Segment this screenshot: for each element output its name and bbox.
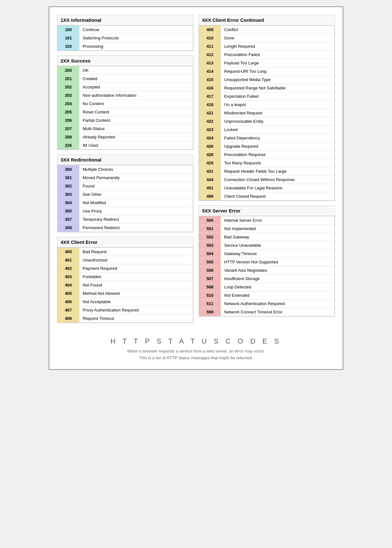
status-code: 406 xyxy=(58,298,79,306)
footer: H T T P S T A T U S C O D E S When a bro… xyxy=(57,334,335,361)
status-code: 415 xyxy=(199,76,221,84)
status-desc: Internal Server Error xyxy=(221,216,335,225)
status-code: 503 xyxy=(199,241,221,250)
status-desc: Requested Range Not Satisfiable xyxy=(221,84,335,92)
table-row: 100Continue xyxy=(58,26,193,34)
status-code: 101 xyxy=(58,34,79,42)
status-desc: Reset Content xyxy=(79,108,193,116)
status-desc: Request Timeout xyxy=(79,314,193,323)
status-desc: I'm a teapot xyxy=(221,101,335,109)
status-desc: Request-URI Too Long xyxy=(221,67,335,76)
status-code: 500 xyxy=(199,216,221,225)
table-row: 431Request Header Fields Too Large xyxy=(199,167,335,176)
table-row: 308Permanent Redirect xyxy=(58,224,193,232)
status-code: 305 xyxy=(58,207,79,215)
status-code: 507 xyxy=(199,275,221,283)
table-row: 401Unauthorized xyxy=(58,256,193,264)
table-row: 202Accepted xyxy=(58,83,193,91)
table-row: 424Failed Dependency xyxy=(199,134,335,142)
status-code: 302 xyxy=(58,182,79,190)
table-row: 599Network Connect Timeout Error xyxy=(199,308,335,316)
status-desc: Bad Gateway xyxy=(221,233,335,241)
status-desc: IM Used xyxy=(79,141,193,150)
status-desc: Precondition Required xyxy=(221,151,335,159)
status-desc: Method Not Allowed xyxy=(79,289,193,298)
table-row: 101Switching Protocols xyxy=(58,34,193,42)
table-row: 405Method Not Allowed xyxy=(58,289,193,298)
status-code: 504 xyxy=(199,250,221,258)
status-desc: Gateway Timeout xyxy=(221,250,335,258)
table-row: 302Found xyxy=(58,182,193,190)
table-row: 428Precondition Required xyxy=(199,151,335,159)
status-code: 508 xyxy=(199,283,221,291)
status-desc: Payload Too Large xyxy=(221,59,335,67)
status-code: 204 xyxy=(58,100,79,108)
table-row: 507Insufficient Storage xyxy=(199,275,335,283)
status-code: 208 xyxy=(58,133,79,141)
table-row: 200OK xyxy=(58,66,193,75)
table-row: 506Variant Also Negotiates xyxy=(199,266,335,275)
table-row: 416Requested Range Not Satisfiable xyxy=(199,84,335,92)
status-desc: Locked xyxy=(221,126,335,134)
table-row: 410Gone xyxy=(199,34,335,42)
table-row: 201Created xyxy=(58,75,193,83)
footer-desc-line1: When a browser requests a service from a… xyxy=(57,348,335,355)
status-desc: Use Proxy xyxy=(79,207,193,215)
status-code: 502 xyxy=(199,233,221,241)
table-row: 207Multi-Status xyxy=(58,125,193,133)
status-code: 451 xyxy=(199,184,221,192)
status-code: 402 xyxy=(58,264,79,273)
section-2xx: 2XX Success 200OK201Created202Accepted20… xyxy=(57,55,193,150)
table-row: 204No Content xyxy=(58,100,193,108)
table-row: 451Unavailable For Legal Reasons xyxy=(199,184,335,192)
section-5xx: 5XX Server Error 500Internal Server Erro… xyxy=(199,205,335,317)
table-row: 403Forbidden xyxy=(58,273,193,281)
status-desc: Switching Protocols xyxy=(79,34,193,42)
status-desc: No Content xyxy=(79,100,193,108)
table-row: 412Precondition Failed xyxy=(199,51,335,59)
status-desc: Multiple Choices xyxy=(79,165,193,174)
status-desc: Expectation Failed xyxy=(221,92,335,101)
table-row: 301Moved Permanently xyxy=(58,174,193,182)
status-code: 414 xyxy=(199,67,221,76)
table-row: 307Temporary Redirect xyxy=(58,215,193,224)
table-row: 409Conflict xyxy=(199,26,335,34)
status-desc: Length Required xyxy=(221,42,335,51)
section-4xx-header: 4XX Client Error xyxy=(57,237,193,247)
status-desc: Already Reported xyxy=(79,133,193,141)
table-row: 411Length Required xyxy=(199,42,335,51)
table-row: 422Unprocessable Entity xyxy=(199,117,335,126)
status-code: 501 xyxy=(199,225,221,233)
table-row: 417Expectation Failed xyxy=(199,92,335,101)
footer-desc-line2: This is a list of HTTP status messages t… xyxy=(57,355,335,361)
status-code: 421 xyxy=(199,109,221,117)
table-row: 407Proxy Authentication Required xyxy=(58,306,193,314)
status-code: 203 xyxy=(58,91,79,100)
page: 1XX Informational 100Continue101Switchin… xyxy=(49,6,343,370)
table-4xx-cont: 409Conflict410Gone411Length Required412P… xyxy=(199,25,335,201)
status-desc: Request Header Fields Too Large xyxy=(221,167,335,176)
table-row: 206Partial Content xyxy=(58,116,193,125)
status-code: 510 xyxy=(199,291,221,300)
table-row: 414Request-URI Too Long xyxy=(199,67,335,76)
status-desc: Gone xyxy=(221,34,335,42)
table-row: 505HTTP Version Not Supported xyxy=(199,258,335,266)
status-desc: Loop Detected xyxy=(221,283,335,291)
status-code: 511 xyxy=(199,300,221,308)
status-code: 417 xyxy=(199,92,221,101)
main-grid: 1XX Informational 100Continue101Switchin… xyxy=(57,15,335,328)
table-row: 304Not Modified xyxy=(58,199,193,207)
status-desc: Not Implemented xyxy=(221,225,335,233)
status-desc: Connection Closed Without Response xyxy=(221,176,335,184)
status-desc: Processing xyxy=(79,42,193,51)
status-desc: Payment Required xyxy=(79,264,193,273)
table-row: 510Not Extended xyxy=(199,291,335,300)
status-desc: Continue xyxy=(79,26,193,34)
status-code: 418 xyxy=(199,101,221,109)
table-row: 426Upgrade Required xyxy=(199,142,335,151)
table-row: 421Misdirected Request xyxy=(199,109,335,117)
status-desc: Insufficient Storage xyxy=(221,275,335,283)
table-row: 504Gateway Timeout xyxy=(199,250,335,258)
status-desc: Moved Permanently xyxy=(79,174,193,182)
table-row: 102Processing xyxy=(58,42,193,51)
